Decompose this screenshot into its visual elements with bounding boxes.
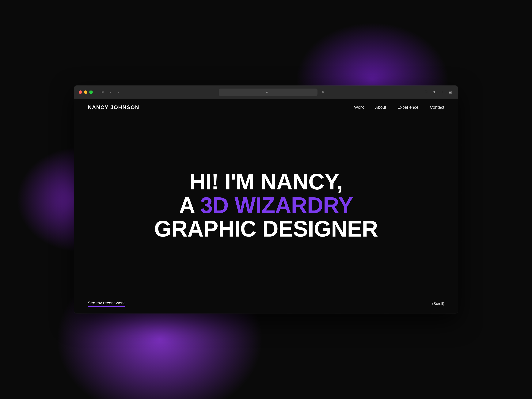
nav-link-contact[interactable]: Contact (430, 105, 444, 110)
site-logo: NANCY JOHNSON (88, 104, 139, 110)
tabs-icon: ▣ (449, 90, 452, 94)
site-nav: NANCY JOHNSON Work About Experience Cont… (74, 99, 458, 116)
browser-nav-controls: ⊞ ‹ › (100, 89, 122, 95)
browser-actions: ⏱ ⬆ + ▣ (423, 89, 453, 95)
nav-link-about[interactable]: About (375, 105, 386, 110)
shield-icon: 🛡 (266, 91, 269, 94)
nav-link-work[interactable]: Work (354, 105, 364, 110)
history-icon: ⏱ (424, 90, 428, 94)
reload-button[interactable]: ↻ (320, 89, 326, 95)
browser-chrome: ⊞ ‹ › 🛡 ↻ ⏱ (74, 86, 458, 99)
share-icon: ⬆ (433, 90, 436, 94)
traffic-light-red[interactable] (79, 90, 82, 94)
new-tab-button[interactable]: + (439, 89, 445, 95)
traffic-lights (79, 90, 93, 94)
browser-window: ⊞ ‹ › 🛡 ↻ ⏱ (74, 86, 458, 314)
hero-text: HI! I'M NANCY, A 3D WIZARDRY GRAPHIC DES… (154, 170, 378, 241)
address-bar-container: 🛡 ↻ (125, 89, 419, 96)
plus-icon: + (441, 90, 443, 94)
address-bar[interactable]: 🛡 (219, 89, 317, 96)
reload-icon: ↻ (322, 90, 324, 94)
nav-link-experience[interactable]: Experience (398, 105, 418, 110)
bottom-bar: See my recent work (Scroll) (74, 301, 458, 314)
webpage-content: NANCY JOHNSON Work About Experience Cont… (74, 99, 458, 314)
hero-line1: HI! I'M NANCY, (154, 170, 378, 194)
history-button[interactable]: ⏱ (423, 89, 429, 95)
desktop-background: ⊞ ‹ › 🛡 ↻ ⏱ (74, 86, 458, 314)
share-button[interactable]: ⬆ (431, 89, 437, 95)
forward-icon: › (118, 90, 119, 94)
hero-section: HI! I'M NANCY, A 3D WIZARDRY GRAPHIC DES… (74, 116, 458, 301)
back-icon: ‹ (110, 90, 111, 94)
see-work-link[interactable]: See my recent work (88, 301, 125, 307)
back-button[interactable]: ‹ (108, 89, 114, 95)
grid-view-button[interactable]: ⊞ (100, 89, 106, 95)
hero-line3: GRAPHIC DESIGNER (154, 217, 378, 241)
nav-links: Work About Experience Contact (354, 105, 444, 110)
traffic-light-yellow[interactable] (84, 90, 87, 94)
hero-line2: A 3D WIZARDRY (154, 194, 378, 217)
forward-button[interactable]: › (115, 89, 122, 95)
scroll-hint: (Scroll) (432, 302, 444, 306)
grid-icon: ⊞ (101, 90, 104, 94)
traffic-light-green[interactable] (89, 90, 93, 94)
tabs-overview-button[interactable]: ▣ (447, 89, 453, 95)
hero-line2-highlight: 3D WIZARDRY (200, 193, 353, 218)
hero-line2-prefix: A (179, 193, 200, 218)
